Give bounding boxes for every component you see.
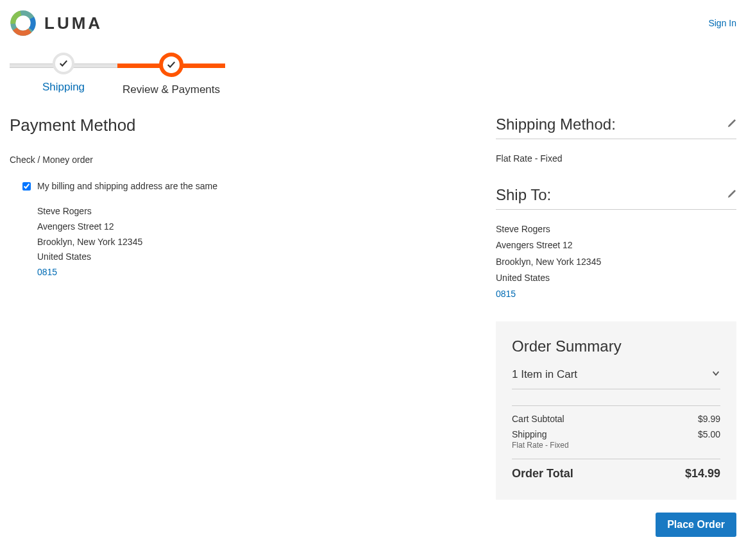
cart-items-label: 1 Item in Cart <box>512 368 577 381</box>
subtotal-label: Cart Subtotal <box>512 414 564 424</box>
billing-phone[interactable]: 0815 <box>37 265 477 280</box>
place-order-button[interactable]: Place Order <box>656 513 736 537</box>
ship-to-title: Ship To: <box>496 186 551 204</box>
step-review-circle <box>159 53 183 77</box>
shipping-label: Shipping <box>512 429 547 439</box>
billing-name: Steve Rogers <box>37 204 477 219</box>
payment-method-title: Payment Method <box>10 115 477 135</box>
same-address-checkbox[interactable] <box>22 182 31 191</box>
main-column: Payment Method Check / Money order My bi… <box>10 115 477 280</box>
same-address-label: My billing and shipping address are the … <box>37 181 217 191</box>
order-total-label: Order Total <box>512 467 573 480</box>
edit-shipping-method-icon[interactable] <box>727 119 736 131</box>
billing-street: Avengers Street 12 <box>37 219 477 235</box>
shipto-country: United States <box>496 270 736 286</box>
step-review-payments: Review & Payments <box>117 53 225 96</box>
ship-to-address: Steve Rogers Avengers Street 12 Brooklyn… <box>496 221 736 302</box>
billing-country: United States <box>37 250 477 265</box>
pencil-icon <box>727 119 736 128</box>
edit-ship-to-icon[interactable] <box>727 189 736 201</box>
check-icon <box>59 59 68 68</box>
brand-name: LUMA <box>44 13 103 33</box>
order-summary: Order Summary 1 Item in Cart Cart Subtot… <box>496 321 736 500</box>
page-header: LUMA Sign In <box>10 6 736 43</box>
sign-in-link[interactable]: Sign In <box>708 18 736 28</box>
shipping-sublabel: Flat Rate - Fixed <box>512 441 569 450</box>
billing-city: Brooklyn, New York 12345 <box>37 235 477 250</box>
order-summary-title: Order Summary <box>512 337 720 355</box>
shipto-name: Steve Rogers <box>496 221 736 237</box>
billing-address: Steve Rogers Avengers Street 12 Brooklyn… <box>22 204 477 280</box>
payment-method-value: Check / Money order <box>10 155 477 165</box>
ship-to-section: Ship To: Steve Rogers Avengers Street 12… <box>496 186 736 312</box>
totals: Cart Subtotal $9.99 Shipping Flat Rate -… <box>512 405 720 480</box>
chevron-down-icon <box>711 368 720 381</box>
same-address-checkbox-row[interactable]: My billing and shipping address are the … <box>22 181 477 191</box>
sidebar-column: Shipping Method: Flat Rate - Fixed Ship … <box>496 115 736 537</box>
step-review-label: Review & Payments <box>123 83 220 96</box>
shipto-city: Brooklyn, New York 12345 <box>496 254 736 270</box>
shipping-value: $5.00 <box>698 429 720 450</box>
step-shipping[interactable]: Shipping <box>10 53 117 94</box>
shipto-phone[interactable]: 0815 <box>496 286 736 302</box>
shipping-method-value: Flat Rate - Fixed <box>496 151 736 167</box>
shipto-street: Avengers Street 12 <box>496 237 736 253</box>
subtotal-value: $9.99 <box>698 414 720 424</box>
step-shipping-circle <box>53 53 74 74</box>
shipping-method-section: Shipping Method: Flat Rate - Fixed <box>496 115 736 176</box>
logo[interactable]: LUMA <box>10 10 103 37</box>
checkout-progress: Shipping Review & Payments <box>10 53 736 96</box>
logo-icon <box>10 10 37 37</box>
step-shipping-label: Shipping <box>42 81 85 94</box>
check-icon <box>167 60 176 69</box>
cart-items-toggle[interactable]: 1 Item in Cart <box>512 368 720 389</box>
shipping-method-title: Shipping Method: <box>496 115 616 133</box>
order-total-value: $14.99 <box>685 467 720 480</box>
pencil-icon <box>727 189 736 199</box>
